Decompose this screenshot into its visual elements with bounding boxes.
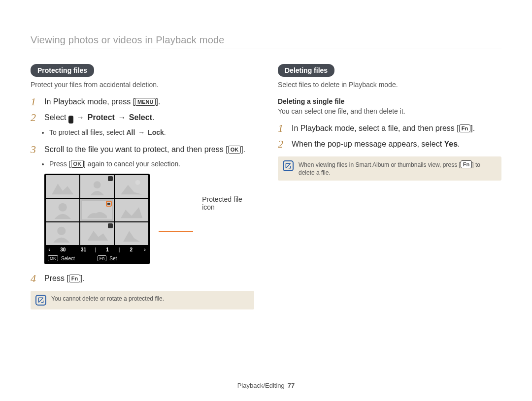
callout-line [159, 231, 193, 232]
step-1: 1 In Playback mode, press [MENU]. [31, 96, 254, 107]
lock-icon [106, 201, 112, 207]
section-pill-protecting: Protecting files [31, 64, 94, 77]
sub-bullet-2: Press [OK] again to cancel your selectio… [49, 160, 254, 168]
command-bar: OK Select Fn Set [46, 254, 148, 263]
step-3: 3 Scroll to the file you want to protect… [31, 144, 254, 155]
page-title: Viewing photos or videos in Playback mod… [31, 34, 501, 46]
section-pill-deleting: Deleting files [278, 64, 334, 77]
svg-point-3 [94, 181, 101, 188]
ok-button-inline: OK [228, 146, 241, 154]
ok-button-inline: OK [71, 160, 84, 168]
step-4: 4 Press [Fn]. [31, 273, 254, 284]
file-wrench-icon [68, 116, 73, 123]
thumbnail-illustration: ‹ 30 31 | 1 | 2 › OK Select Fn Se [44, 174, 254, 264]
svg-point-5 [58, 203, 66, 211]
subtext-single-file: You can select one file, and then delete… [278, 107, 501, 115]
divider [31, 49, 501, 49]
fn-button-inline: Fn [459, 124, 470, 132]
fn-button-inline: Fn [461, 160, 472, 168]
date-scrollbar: ‹ 30 31 | 1 | 2 › [46, 245, 148, 254]
video-badge-icon [108, 223, 113, 228]
callout-text: Protected file icon [202, 195, 254, 211]
svg-point-4 [135, 180, 140, 185]
chevron-left-icon: ‹ [46, 247, 53, 252]
svg-point-6 [57, 226, 66, 235]
step-r1: 1 In Playback mode, select a file, and t… [278, 123, 501, 134]
column-deleting: Deleting files Select files to delete in… [278, 64, 501, 309]
video-badge-icon [108, 176, 113, 181]
note-icon [283, 160, 294, 171]
step-r2: 2 When the pop-up message appears, selec… [278, 139, 501, 150]
sub-bullet-1: To protect all files, select All → Lock. [49, 128, 254, 136]
note-protecting: You cannot delete or rotate a protected … [31, 291, 254, 309]
deleting-desc: Select files to delete in Playback mode. [278, 81, 501, 89]
fn-button-inline: Fn [69, 275, 80, 282]
selected-thumbnail [80, 199, 114, 221]
page-footer: Playback/Editing77 [0, 382, 532, 389]
note-deleting: When viewing files in Smart Album or thu… [278, 156, 501, 181]
protecting-desc: Protect your files from accidental delet… [31, 81, 254, 89]
note-icon [35, 295, 46, 306]
column-protecting: Protecting files Protect your files from… [31, 64, 254, 309]
step-2: 2 Select → Protect → Select. [31, 112, 254, 123]
chevron-right-icon: › [141, 247, 148, 252]
menu-button-inline: MENU [135, 98, 156, 106]
subhead-single-file: Deleting a single file [278, 97, 501, 105]
